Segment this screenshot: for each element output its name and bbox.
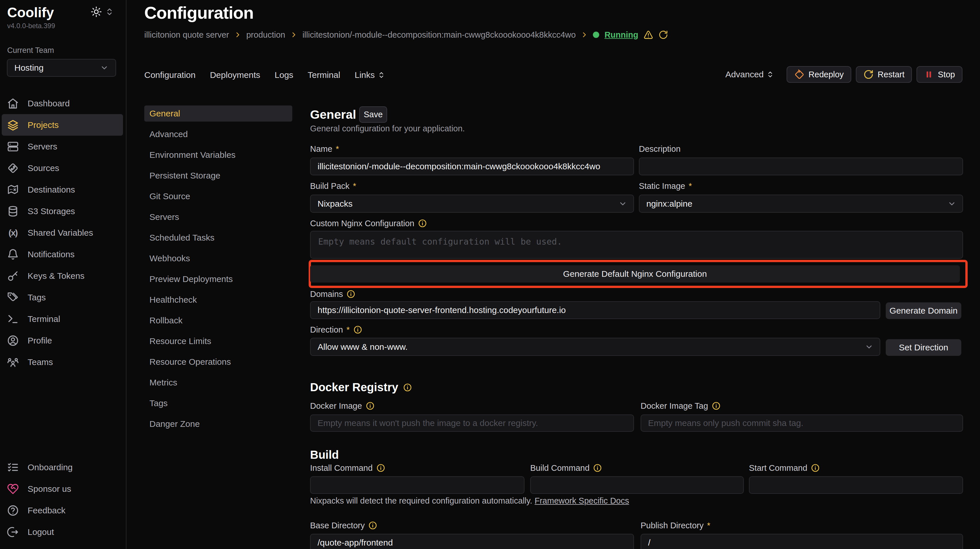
status-badge[interactable]: Running (605, 30, 638, 40)
subnav-advanced[interactable]: Advanced (144, 124, 292, 145)
install-command-input[interactable] (310, 476, 525, 494)
subnav-persistent-storage[interactable]: Persistent Storage (144, 165, 292, 186)
breadcrumb-environment[interactable]: production (246, 30, 285, 40)
generate-nginx-config-button[interactable]: Generate Default Nginx Configuration (310, 265, 960, 283)
save-button[interactable]: Save (359, 107, 387, 123)
info-icon[interactable] (376, 463, 385, 473)
advanced-dropdown[interactable]: Advanced (725, 70, 774, 80)
docker-image-tag-input[interactable] (641, 414, 963, 432)
sidebar-item-tags[interactable]: Tags (0, 286, 125, 308)
info-icon[interactable] (368, 521, 377, 530)
subnav-rollback[interactable]: Rollback (144, 310, 292, 331)
sidebar-item-dashboard[interactable]: Dashboard (0, 92, 125, 114)
subnav-healthcheck[interactable]: Healthcheck (144, 290, 292, 310)
sidebar-item-onboarding[interactable]: Onboarding (0, 457, 125, 478)
info-icon[interactable] (418, 219, 427, 228)
warning-icon[interactable] (643, 30, 653, 40)
sidebar-item-notifications[interactable]: Notifications (0, 243, 125, 265)
sidebar-item-terminal[interactable]: Terminal (0, 308, 125, 330)
tab-configuration[interactable]: Configuration (144, 70, 196, 80)
sidebar-item-profile[interactable]: Profile (0, 330, 125, 351)
tab-terminal[interactable]: Terminal (308, 70, 340, 80)
static-image-select[interactable]: nginx:alpine (639, 194, 963, 213)
subnav-resource-operations[interactable]: Resource Operations (144, 352, 292, 372)
sidebar-item-feedback[interactable]: Feedback (0, 500, 125, 521)
tab-deployments[interactable]: Deployments (210, 70, 260, 80)
info-icon[interactable] (346, 290, 355, 299)
subnav-git-source[interactable]: Git Source (144, 186, 292, 207)
custom-nginx-textarea[interactable] (310, 231, 963, 259)
subnav-danger-zone[interactable]: Danger Zone (144, 414, 292, 434)
theme-chevrons-icon[interactable] (105, 8, 114, 16)
restart-button[interactable]: Restart (856, 66, 912, 83)
help-circle-icon (7, 504, 19, 517)
general-form: General Save General configuration for y… (310, 106, 963, 549)
framework-docs-link[interactable]: Framework Specific Docs (535, 496, 629, 505)
subnav-preview-deployments[interactable]: Preview Deployments (144, 269, 292, 290)
build-command-label: Build Command (530, 463, 602, 473)
info-icon[interactable] (353, 325, 363, 334)
publish-directory-input[interactable] (641, 534, 963, 549)
terminal-icon (7, 313, 19, 325)
team-select[interactable]: Hosting (7, 59, 116, 77)
build-pack-select[interactable]: Nixpacks (310, 194, 634, 213)
generate-domain-button[interactable]: Generate Domain (886, 302, 961, 319)
action-bar: Advanced Redeploy Restart Stop (725, 66, 963, 83)
sidebar-footer-nav: Onboarding Sponsor us Feedback Logout (0, 457, 125, 543)
start-command-input[interactable] (749, 476, 963, 494)
settings-subnav: General Advanced Environment Variables P… (144, 103, 292, 434)
sidebar-item-destinations[interactable]: Destinations (0, 179, 125, 201)
chevrons-up-down-icon (767, 71, 774, 78)
sidebar-item-sources[interactable]: Sources (0, 157, 125, 179)
description-input[interactable] (639, 158, 963, 175)
domains-input[interactable] (310, 301, 880, 319)
subnav-scheduled-tasks[interactable]: Scheduled Tasks (144, 228, 292, 248)
sidebar-item-teams[interactable]: Teams (0, 351, 125, 373)
info-icon[interactable] (403, 383, 412, 392)
refresh-icon[interactable] (659, 30, 668, 40)
sidebar-item-projects[interactable]: Projects (2, 114, 123, 136)
stop-button[interactable]: Stop (916, 66, 963, 83)
set-direction-button[interactable]: Set Direction (886, 339, 961, 356)
layers-icon (7, 119, 19, 131)
theme-sun-icon[interactable] (91, 6, 102, 17)
subnav-webhooks[interactable]: Webhooks (144, 248, 292, 269)
build-command-input[interactable] (530, 476, 744, 494)
section-caption: General configuration for your applicati… (310, 124, 465, 134)
docker-image-input[interactable] (310, 414, 634, 432)
tab-links[interactable]: Links (355, 70, 385, 80)
name-input[interactable] (310, 158, 634, 175)
info-icon[interactable] (366, 401, 375, 411)
key-icon (7, 270, 19, 282)
server-icon (7, 140, 19, 153)
sidebar-item-s3-storages[interactable]: S3 Storages (0, 201, 125, 222)
tab-logs[interactable]: Logs (275, 70, 293, 80)
chevron-down-icon (619, 199, 627, 208)
breadcrumb-application[interactable]: illicitestonion/-module--decomposition:m… (302, 30, 576, 40)
info-icon[interactable] (811, 463, 820, 473)
sidebar-item-logout[interactable]: Logout (0, 521, 125, 543)
sidebar-item-servers[interactable]: Servers (0, 136, 125, 157)
subnav-environment-variables[interactable]: Environment Variables (144, 145, 292, 165)
custom-nginx-label: Custom Nginx Configuration (310, 218, 427, 228)
sidebar-item-keys-tokens[interactable]: Keys & Tokens (0, 265, 125, 286)
direction-select[interactable]: Allow www & non-www. (310, 338, 880, 356)
name-label: Name* (310, 144, 339, 154)
breadcrumb: illicitonion quote server production ill… (144, 29, 668, 41)
subnav-servers[interactable]: Servers (144, 207, 292, 228)
subnav-metrics[interactable]: Metrics (144, 372, 292, 393)
home-icon (7, 97, 19, 110)
redeploy-button[interactable]: Redeploy (787, 66, 851, 83)
subnav-tags[interactable]: Tags (144, 393, 292, 414)
subnav-resource-limits[interactable]: Resource Limits (144, 331, 292, 352)
chevron-down-icon (865, 343, 873, 351)
base-directory-input[interactable] (310, 534, 634, 549)
sidebar-item-shared-variables[interactable]: (x) Shared Variables (0, 222, 125, 243)
sidebar-item-sponsor[interactable]: Sponsor us (0, 478, 125, 500)
info-icon[interactable] (711, 401, 721, 411)
breadcrumb-project[interactable]: illicitonion quote server (144, 30, 229, 40)
bell-icon (7, 248, 19, 260)
tab-bar: Configuration Deployments Logs Terminal … (144, 67, 385, 83)
info-icon[interactable] (593, 463, 602, 473)
subnav-general[interactable]: General (144, 103, 292, 124)
